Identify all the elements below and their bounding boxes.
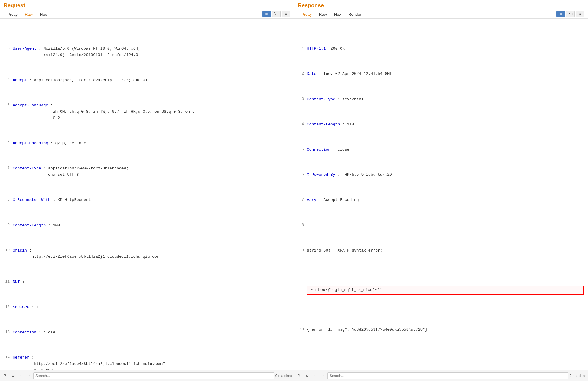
request-line-7: 7 Content-Type : application/x-www-form-… (4, 165, 290, 178)
gear-icon-response[interactable]: ⚙ (304, 373, 311, 379)
newline-icon-response[interactable]: \n (566, 11, 575, 17)
response-code: 1 HTTP/1.1 200 OK 2 Date : Tue, 02 Apr 2… (294, 21, 588, 352)
menu-icon-request[interactable]: ≡ (282, 11, 290, 17)
response-line-6: 6 X-Powered-By : PHP/5.5.9-1ubuntu4.29 (298, 172, 584, 178)
response-line-7: 7 Vary : Accept-Encoding (298, 197, 584, 203)
request-panel: Request Pretty Raw Hex ▤ \n ≡ 3 User-Age… (0, 0, 294, 370)
request-bottom-bar: ? ⚙ ← → 0 matches (0, 370, 294, 381)
bottom-bar: ? ⚙ ← → 0 matches ? ⚙ ← → 0 matches (0, 370, 588, 381)
request-tab-icons: ▤ \n ≡ (262, 11, 290, 18)
match-count-request: 0 matches (275, 374, 292, 378)
request-line-4: 4 Accept : application/json, text/javasc… (4, 77, 290, 84)
search-input-request[interactable] (33, 372, 274, 379)
request-title: Request (4, 2, 290, 9)
request-header: Request Pretty Raw Hex ▤ \n ≡ (0, 0, 294, 19)
back-icon-response[interactable]: ← (312, 373, 318, 379)
response-line-2: 2 Date : Tue, 02 Apr 2024 12:41:54 GMT (298, 71, 584, 77)
body-view-icon-response[interactable]: ▤ (556, 11, 565, 17)
request-line-10: 10 Origin : http://eci-2zef6aoe4x8btl4za… (4, 248, 290, 260)
request-content: 3 User-Agent : Mozilla/5.0 (Windows NT 1… (0, 19, 294, 370)
response-title: Response (298, 2, 584, 9)
tab-raw-request[interactable]: Raw (21, 11, 36, 18)
request-code: 3 User-Agent : Mozilla/5.0 (Windows NT 1… (0, 21, 294, 370)
response-bottom-bar: ? ⚙ ← → 0 matches (294, 370, 588, 381)
response-line-9-highlighted: '~n1book{login_sqli_is_nice}~'" (298, 273, 584, 308)
match-count-response: 0 matches (570, 374, 586, 378)
forward-icon-request[interactable]: → (25, 373, 32, 379)
gear-icon-request[interactable]: ⚙ (10, 373, 16, 379)
tab-pretty-request[interactable]: Pretty (4, 11, 21, 18)
response-line-3: 3 Content-Type : text/html (298, 96, 584, 103)
response-content: 1 HTTP/1.1 200 OK 2 Date : Tue, 02 Apr 2… (294, 19, 588, 370)
forward-icon-response[interactable]: → (320, 373, 326, 379)
request-line-14: 14 Referer : http://eci-2zef6aoe4x8btl4z… (4, 355, 290, 370)
request-line-6: 6 Accept-Encoding : gzip, deflate (4, 140, 290, 147)
response-tab-bar: Pretty Raw Hex Render ▤ \n ≡ (298, 11, 584, 18)
menu-icon-response[interactable]: ≡ (576, 11, 584, 17)
question-icon-request[interactable]: ? (2, 373, 8, 379)
request-line-5: 5 Accept-Language : zh-CN, zh;q=0.8, zh-… (4, 102, 290, 121)
response-flag-highlight: '~n1book{login_sqli_is_nice}~'" (307, 286, 584, 295)
tab-pretty-response[interactable]: Pretty (298, 11, 315, 18)
request-line-9: 9 Content-Length : 100 (4, 222, 290, 229)
response-line-9: 9 string(50) "XPATH syntax error: (298, 248, 584, 254)
request-line-8: 8 X-Requested-With : XMLHttpRequest (4, 197, 290, 203)
response-line-10: 10 {"error":1, "msg":"\u8d26\u53f7\u4e0d… (298, 327, 584, 333)
request-line-3: 3 User-Agent : Mozilla/5.0 (Windows NT 1… (4, 46, 290, 58)
request-line-13: 13 Connection : close (4, 329, 290, 336)
response-line-1: 1 HTTP/1.1 200 OK (298, 46, 584, 52)
back-icon-request[interactable]: ← (18, 373, 24, 379)
request-line-12: 12 Sec-GPC : 1 (4, 304, 290, 311)
response-tab-icons: ▤ \n ≡ (556, 11, 584, 18)
response-header: Response Pretty Raw Hex Render ▤ \n ≡ (294, 0, 588, 19)
request-line-11: 11 DNT : 1 (4, 279, 290, 286)
newline-icon-request[interactable]: \n (272, 11, 281, 17)
response-line-5: 5 Connection : close (298, 147, 584, 153)
response-line-4: 4 Content-Length : 114 (298, 122, 584, 128)
search-input-response[interactable] (327, 372, 568, 379)
response-panel: Response Pretty Raw Hex Render ▤ \n ≡ 1 … (294, 0, 588, 370)
tab-hex-request[interactable]: Hex (36, 11, 51, 18)
tab-hex-response[interactable]: Hex (331, 11, 345, 18)
question-icon-response[interactable]: ? (296, 373, 303, 379)
tab-raw-response[interactable]: Raw (315, 11, 331, 18)
tab-render-response[interactable]: Render (345, 11, 365, 18)
body-view-icon-request[interactable]: ▤ (262, 11, 271, 17)
response-line-8: 8 (298, 222, 584, 229)
request-tab-bar: Pretty Raw Hex ▤ \n ≡ (4, 11, 290, 18)
